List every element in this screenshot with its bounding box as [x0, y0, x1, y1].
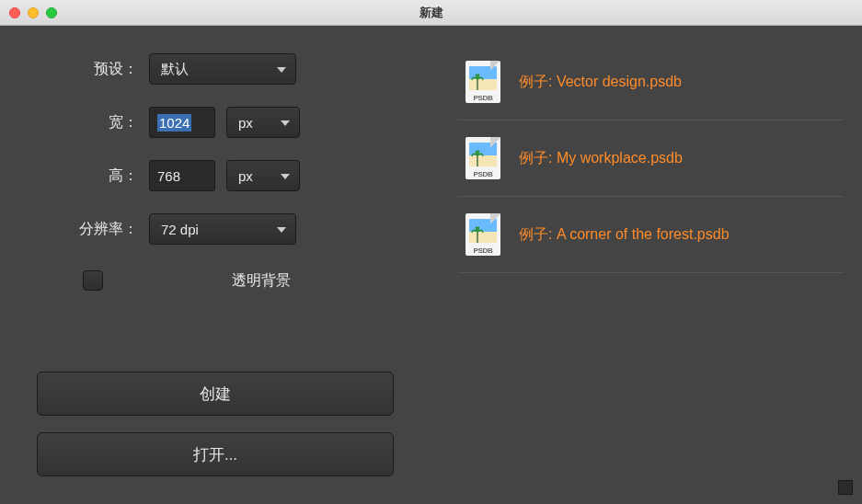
height-unit-select[interactable]: px: [226, 160, 300, 191]
width-unit-value: px: [238, 115, 253, 131]
preset-value: 默认: [161, 61, 189, 78]
height-label: 高：: [37, 166, 138, 186]
width-unit-select[interactable]: px: [226, 107, 300, 138]
example-name: 例子: My workplace.psdb: [519, 149, 683, 168]
file-ext: PSDB: [465, 170, 500, 178]
create-button-label: 创建: [200, 384, 231, 405]
transparent-checkbox[interactable]: [83, 270, 103, 291]
palm-icon: [471, 72, 484, 90]
buttons: 创建 打开...: [37, 372, 394, 486]
open-button-label: 打开...: [193, 444, 237, 465]
resize-handle[interactable]: [838, 480, 853, 495]
resolution-select[interactable]: 72 dpi: [149, 213, 296, 245]
file-ext: PSDB: [465, 246, 500, 255]
palm-icon: [471, 224, 484, 243]
transparent-row: 透明背景: [83, 270, 394, 291]
example-name: 例子: A corner of the forest.psdb: [519, 225, 730, 245]
maximize-button[interactable]: [46, 7, 57, 18]
preset-select[interactable]: 默认: [149, 53, 296, 85]
psdb-file-icon: PSDB: [465, 61, 500, 103]
preset-label: 预设：: [37, 60, 138, 79]
example-item[interactable]: PSDB 例子: My workplace.psdb: [458, 120, 844, 197]
left-panel: 预设： 默认 宽： 1024 px 高： 768: [0, 26, 431, 504]
height-unit-value: px: [238, 168, 253, 184]
minimize-button[interactable]: [28, 7, 39, 18]
height-value: 768: [157, 168, 180, 184]
preset-row: 预设： 默认: [37, 53, 394, 85]
width-label: 宽：: [37, 113, 138, 132]
right-panel: PSDB 例子: Vector design.psdb PSDB 例: [431, 26, 862, 504]
palm-icon: [471, 148, 484, 166]
height-row: 高： 768 px: [37, 160, 394, 191]
resolution-label: 分辨率：: [37, 220, 138, 239]
example-item[interactable]: PSDB 例子: Vector design.psdb: [458, 44, 844, 120]
example-name: 例子: Vector design.psdb: [519, 73, 682, 92]
form-rows: 预设： 默认 宽： 1024 px 高： 768: [37, 53, 394, 245]
height-input[interactable]: 768: [149, 160, 215, 191]
example-item[interactable]: PSDB 例子: A corner of the forest.psdb: [458, 197, 844, 273]
window-title: 新建: [9, 5, 853, 21]
width-value: 1024: [157, 114, 191, 132]
psdb-file-icon: PSDB: [465, 137, 500, 179]
open-button[interactable]: 打开...: [37, 432, 394, 476]
psdb-file-icon: PSDB: [465, 213, 500, 256]
content: 预设： 默认 宽： 1024 px 高： 768: [0, 26, 862, 504]
titlebar: 新建: [0, 0, 862, 26]
create-button[interactable]: 创建: [37, 372, 394, 416]
traffic-lights: [9, 7, 57, 18]
width-row: 宽： 1024 px: [37, 107, 394, 138]
transparent-label: 透明背景: [232, 271, 291, 291]
file-ext: PSDB: [465, 94, 500, 102]
resolution-value: 72 dpi: [161, 222, 199, 237]
close-button[interactable]: [9, 7, 20, 18]
resolution-row: 分辨率： 72 dpi: [37, 213, 394, 245]
example-list: PSDB 例子: Vector design.psdb PSDB 例: [458, 44, 844, 273]
width-input[interactable]: 1024: [149, 107, 215, 138]
